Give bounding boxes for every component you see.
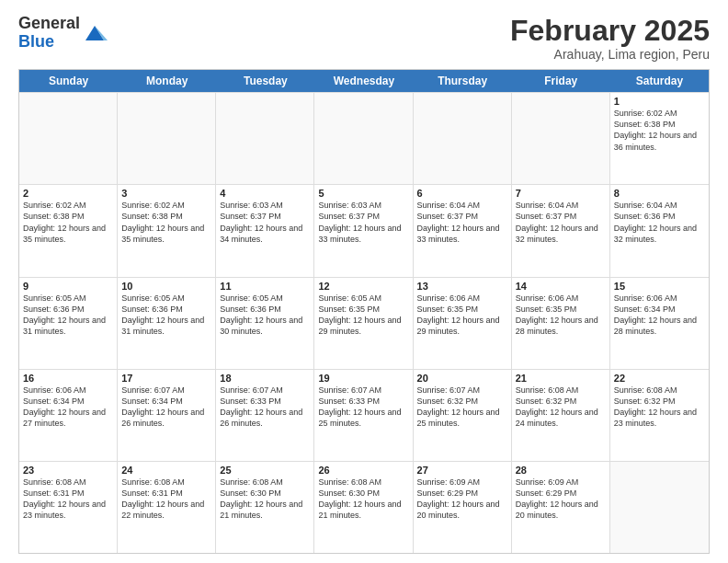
calendar-cell (512, 93, 610, 184)
day-number: 10 (121, 281, 211, 292)
day-number: 27 (417, 465, 507, 476)
day-info: Sunrise: 6:02 AMSunset: 6:38 PMDaylight:… (23, 200, 113, 245)
day-info: Sunrise: 6:05 AMSunset: 6:35 PMDaylight:… (318, 293, 408, 338)
day-info: Sunrise: 6:08 AMSunset: 6:30 PMDaylight:… (220, 477, 310, 522)
logo-blue: Blue (18, 32, 54, 51)
day-info: Sunrise: 6:06 AMSunset: 6:34 PMDaylight:… (614, 293, 705, 338)
calendar-cell (610, 462, 709, 553)
calendar-cell: 1Sunrise: 6:02 AMSunset: 6:38 PMDaylight… (610, 93, 709, 184)
logo: General Blue (18, 15, 108, 52)
day-info: Sunrise: 6:04 AMSunset: 6:37 PMDaylight:… (417, 200, 507, 245)
day-info: Sunrise: 6:07 AMSunset: 6:32 PMDaylight:… (417, 385, 507, 430)
day-number: 22 (614, 373, 705, 384)
weekday-header: Tuesday (216, 70, 314, 92)
day-info: Sunrise: 6:09 AMSunset: 6:29 PMDaylight:… (417, 477, 507, 522)
day-number: 15 (614, 281, 705, 292)
calendar-row: 16Sunrise: 6:06 AMSunset: 6:34 PMDayligh… (19, 369, 709, 461)
day-number: 6 (417, 188, 507, 199)
day-info: Sunrise: 6:05 AMSunset: 6:36 PMDaylight:… (220, 293, 310, 338)
calendar-cell (314, 93, 413, 184)
calendar-body: 1Sunrise: 6:02 AMSunset: 6:38 PMDaylight… (19, 92, 709, 553)
logo-icon (82, 20, 108, 46)
calendar-cell: 20Sunrise: 6:07 AMSunset: 6:32 PMDayligh… (414, 370, 512, 461)
calendar-cell: 23Sunrise: 6:08 AMSunset: 6:31 PMDayligh… (19, 462, 118, 553)
calendar-cell: 24Sunrise: 6:08 AMSunset: 6:31 PMDayligh… (118, 462, 216, 553)
calendar-cell: 14Sunrise: 6:06 AMSunset: 6:35 PMDayligh… (512, 278, 610, 369)
calendar-cell (414, 93, 512, 184)
weekday-header: Saturday (610, 70, 709, 92)
calendar: SundayMondayTuesdayWednesdayThursdayFrid… (18, 69, 710, 554)
day-number: 21 (516, 373, 606, 384)
day-number: 25 (220, 465, 310, 476)
day-number: 18 (220, 373, 310, 384)
calendar-cell: 5Sunrise: 6:03 AMSunset: 6:37 PMDaylight… (314, 185, 413, 276)
calendar-cell: 2Sunrise: 6:02 AMSunset: 6:38 PMDaylight… (19, 185, 118, 276)
day-info: Sunrise: 6:08 AMSunset: 6:31 PMDaylight:… (121, 477, 211, 522)
day-number: 26 (318, 465, 408, 476)
calendar-cell: 13Sunrise: 6:06 AMSunset: 6:35 PMDayligh… (414, 278, 512, 369)
title-block: February 2025 Arahuay, Lima region, Peru (510, 15, 710, 62)
day-number: 2 (23, 188, 113, 199)
logo-general: General (18, 14, 80, 32)
day-number: 28 (516, 465, 606, 476)
calendar-cell: 16Sunrise: 6:06 AMSunset: 6:34 PMDayligh… (19, 370, 118, 461)
calendar-cell (216, 93, 314, 184)
day-info: Sunrise: 6:08 AMSunset: 6:32 PMDaylight:… (614, 385, 705, 430)
day-number: 12 (318, 281, 408, 292)
calendar-title: February 2025 (510, 15, 710, 47)
day-info: Sunrise: 6:08 AMSunset: 6:31 PMDaylight:… (23, 477, 113, 522)
day-info: Sunrise: 6:08 AMSunset: 6:30 PMDaylight:… (318, 477, 408, 522)
calendar-cell: 10Sunrise: 6:05 AMSunset: 6:36 PMDayligh… (118, 278, 216, 369)
calendar-row: 23Sunrise: 6:08 AMSunset: 6:31 PMDayligh… (19, 461, 709, 553)
calendar-cell: 22Sunrise: 6:08 AMSunset: 6:32 PMDayligh… (610, 370, 709, 461)
calendar-cell: 28Sunrise: 6:09 AMSunset: 6:29 PMDayligh… (512, 462, 610, 553)
day-number: 17 (121, 373, 211, 384)
calendar-cell: 26Sunrise: 6:08 AMSunset: 6:30 PMDayligh… (314, 462, 413, 553)
page-header: General Blue February 2025 Arahuay, Lima… (18, 15, 710, 62)
day-info: Sunrise: 6:07 AMSunset: 6:33 PMDaylight:… (318, 385, 408, 430)
day-info: Sunrise: 6:06 AMSunset: 6:35 PMDaylight:… (417, 293, 507, 338)
day-number: 14 (516, 281, 606, 292)
day-info: Sunrise: 6:06 AMSunset: 6:35 PMDaylight:… (516, 293, 606, 338)
day-info: Sunrise: 6:06 AMSunset: 6:34 PMDaylight:… (23, 385, 113, 430)
calendar-cell (118, 93, 216, 184)
day-info: Sunrise: 6:07 AMSunset: 6:34 PMDaylight:… (121, 385, 211, 430)
calendar-cell: 27Sunrise: 6:09 AMSunset: 6:29 PMDayligh… (414, 462, 512, 553)
calendar-row: 2Sunrise: 6:02 AMSunset: 6:38 PMDaylight… (19, 184, 709, 276)
day-info: Sunrise: 6:04 AMSunset: 6:37 PMDaylight:… (516, 200, 606, 245)
calendar-subtitle: Arahuay, Lima region, Peru (510, 47, 710, 62)
day-number: 7 (516, 188, 606, 199)
calendar-row: 9Sunrise: 6:05 AMSunset: 6:36 PMDaylight… (19, 277, 709, 369)
calendar-cell: 8Sunrise: 6:04 AMSunset: 6:36 PMDaylight… (610, 185, 709, 276)
weekday-header: Sunday (19, 70, 118, 92)
day-info: Sunrise: 6:02 AMSunset: 6:38 PMDaylight:… (121, 200, 211, 245)
calendar-cell: 15Sunrise: 6:06 AMSunset: 6:34 PMDayligh… (610, 278, 709, 369)
day-number: 24 (121, 465, 211, 476)
day-number: 19 (318, 373, 408, 384)
calendar-cell: 18Sunrise: 6:07 AMSunset: 6:33 PMDayligh… (216, 370, 314, 461)
calendar-cell: 4Sunrise: 6:03 AMSunset: 6:37 PMDaylight… (216, 185, 314, 276)
day-info: Sunrise: 6:05 AMSunset: 6:36 PMDaylight:… (23, 293, 113, 338)
weekday-header: Monday (118, 70, 216, 92)
day-info: Sunrise: 6:05 AMSunset: 6:36 PMDaylight:… (121, 293, 211, 338)
day-number: 5 (318, 188, 408, 199)
calendar-page: General Blue February 2025 Arahuay, Lima… (0, 0, 728, 563)
day-number: 4 (220, 188, 310, 199)
day-info: Sunrise: 6:03 AMSunset: 6:37 PMDaylight:… (318, 200, 408, 245)
weekday-header: Wednesday (314, 70, 413, 92)
calendar-cell: 3Sunrise: 6:02 AMSunset: 6:38 PMDaylight… (118, 185, 216, 276)
calendar-cell: 12Sunrise: 6:05 AMSunset: 6:35 PMDayligh… (314, 278, 413, 369)
calendar-cell: 11Sunrise: 6:05 AMSunset: 6:36 PMDayligh… (216, 278, 314, 369)
day-number: 9 (23, 281, 113, 292)
weekday-header: Thursday (414, 70, 512, 92)
weekday-header: Friday (512, 70, 610, 92)
day-number: 13 (417, 281, 507, 292)
day-number: 1 (614, 96, 705, 107)
day-info: Sunrise: 6:04 AMSunset: 6:36 PMDaylight:… (614, 200, 705, 245)
calendar-header: SundayMondayTuesdayWednesdayThursdayFrid… (19, 70, 709, 92)
calendar-cell: 7Sunrise: 6:04 AMSunset: 6:37 PMDaylight… (512, 185, 610, 276)
calendar-cell: 25Sunrise: 6:08 AMSunset: 6:30 PMDayligh… (216, 462, 314, 553)
calendar-row: 1Sunrise: 6:02 AMSunset: 6:38 PMDaylight… (19, 92, 709, 184)
calendar-cell (19, 93, 118, 184)
calendar-cell: 19Sunrise: 6:07 AMSunset: 6:33 PMDayligh… (314, 370, 413, 461)
